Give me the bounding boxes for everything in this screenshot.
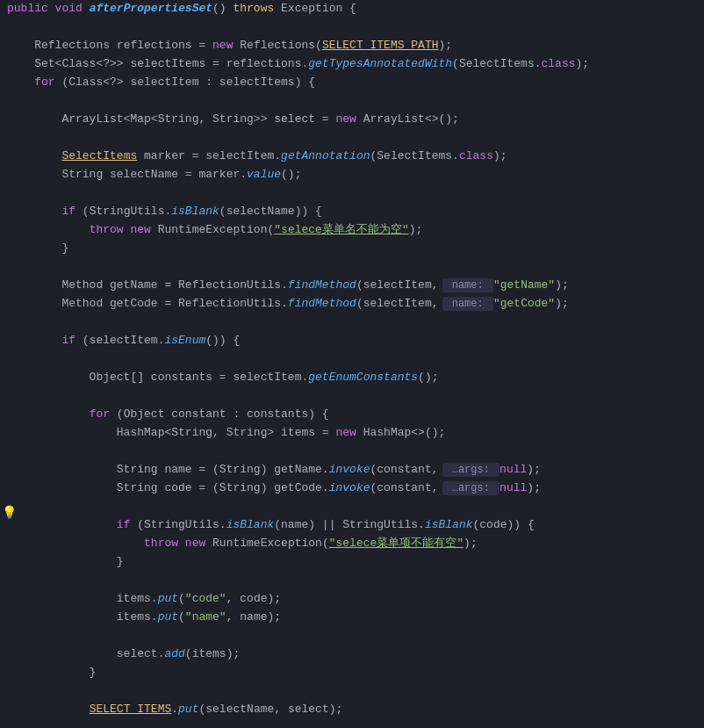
line-content: String name = (String) getName.invoke(co… <box>0 461 704 479</box>
line-content: select.add(items); <box>0 645 704 663</box>
token: isBlank <box>226 518 275 531</box>
code-line <box>0 387 704 406</box>
token: items. <box>7 610 158 623</box>
token: = <box>192 39 212 52</box>
token: class <box>459 149 493 162</box>
token: String code = (String) getCode. <box>7 481 329 494</box>
token: isEnum <box>164 334 205 347</box>
token <box>7 223 90 236</box>
line-content: ArrayList<Map<String, String>> select = … <box>0 111 704 128</box>
token: ); <box>409 223 423 236</box>
token: ); <box>527 481 541 494</box>
lightbulb-icon[interactable]: 💡 <box>0 505 18 523</box>
token: "code" <box>185 592 226 605</box>
token: isBlank <box>425 518 473 531</box>
code-line <box>0 184 704 203</box>
code-line <box>0 719 704 728</box>
param-hint: name: <box>442 278 493 292</box>
token: new <box>335 426 363 439</box>
code-line: if (selectItem.isEnum()) { <box>0 332 704 350</box>
token: getEnumConstants <box>308 371 418 384</box>
token: ()) { <box>205 334 240 347</box>
code-line: Set<Class<?>> selectItems = reflections.… <box>0 55 704 74</box>
code-line <box>0 129 704 148</box>
token: void <box>55 2 90 15</box>
token: null <box>499 481 527 494</box>
token: "getCode" <box>493 297 555 310</box>
token: getAnnotation <box>281 149 370 162</box>
line-content: if (StringUtils.isBlank(name) || StringU… <box>0 516 704 534</box>
token: reflections <box>117 39 192 52</box>
token: String name = (String) getName. <box>7 463 329 476</box>
token: put <box>178 703 198 716</box>
token: ( <box>178 610 185 623</box>
token: items. <box>7 592 158 605</box>
code-line <box>0 498 704 516</box>
code-line: String selectName = marker.value(); <box>0 166 704 184</box>
line-content: Set<Class<?>> selectItems = reflections.… <box>0 55 704 73</box>
code-line: ArrayList<Map<String, String>> select = … <box>0 111 704 129</box>
token: afterPropertiesSet <box>90 2 212 15</box>
code-line <box>0 350 704 369</box>
token: (constant, <box>370 463 438 476</box>
token: (selectItem, <box>356 278 439 292</box>
line-content: throw new RuntimeException("selece菜单名不能为… <box>0 221 704 239</box>
token: "getName" <box>493 278 555 292</box>
line-content <box>0 314 704 331</box>
token: (SelectItems. <box>452 57 541 70</box>
token <box>7 205 61 218</box>
line-content: Object[] constants = selectItem.getEnumC… <box>0 369 704 386</box>
token: value <box>247 168 281 181</box>
token: invoke <box>329 463 370 476</box>
token: ); <box>493 149 507 162</box>
token: put <box>158 592 178 605</box>
token: RuntimeException( <box>158 223 275 236</box>
token: class <box>542 57 576 70</box>
code-line: if (StringUtils.isBlank(selectName)) { <box>0 203 704 221</box>
line-content: throw new RuntimeException("selece菜单项不能有… <box>0 535 704 552</box>
token: (selectName, select); <box>198 703 342 716</box>
token: , name); <box>226 610 281 623</box>
token: ); <box>555 278 569 292</box>
token <box>7 76 34 89</box>
token: add <box>164 647 184 660</box>
token: (SelectItems. <box>370 149 459 162</box>
token: (name) || StringUtils. <box>274 518 425 531</box>
line-content: Method getName = ReflectionUtils.findMet… <box>0 277 704 294</box>
token: throw <box>144 537 185 550</box>
code-line: for (Class<?> selectItem : selectItems) … <box>0 74 704 92</box>
code-line: throw new RuntimeException("selece菜单名不能为… <box>0 221 704 240</box>
param-hint: …args: <box>442 463 500 477</box>
code-line: select.add(items); <box>0 645 704 664</box>
param-hint: name: <box>442 297 493 311</box>
token: Exception { <box>281 2 356 15</box>
code-line <box>0 627 704 645</box>
line-content <box>0 572 704 589</box>
token: } <box>7 666 96 679</box>
line-content <box>0 184 704 202</box>
token: findMethod <box>288 297 356 310</box>
token: SELECT_ITEMS_PATH <box>322 39 439 52</box>
line-content: String code = (String) getCode.invoke(co… <box>0 479 704 497</box>
token: ); <box>463 537 478 550</box>
token: if <box>117 518 131 531</box>
code-line: SELECT_ITEMS.put(selectName, select); <box>0 701 704 719</box>
token: ArrayList<Map<String, String>> select = <box>7 112 335 126</box>
token: (constant, <box>370 481 438 494</box>
token: Set<Class<?>> selectItems = reflections. <box>7 57 308 70</box>
token: isBlank <box>171 205 219 218</box>
token: "selece菜单项不能有空" <box>329 537 463 550</box>
token: for <box>34 76 54 89</box>
line-content: for (Object constant : constants) { <box>0 406 704 423</box>
code-line: SelectItems marker = selectItem.getAnnot… <box>0 148 704 166</box>
token: SELECT_ITEMS <box>90 703 172 716</box>
code-content: public void afterPropertiesSet() throws … <box>0 0 704 728</box>
token: } <box>7 241 68 255</box>
code-line: public void afterPropertiesSet() throws … <box>0 0 704 18</box>
line-content: SelectItems marker = selectItem.getAnnot… <box>0 148 704 165</box>
token: ArrayList<>(); <box>363 112 459 126</box>
line-content: String selectName = marker.value(); <box>0 166 704 184</box>
token: (Class<?> selectItem : selectItems) { <box>55 76 315 89</box>
token: ); <box>439 39 453 52</box>
line-content: } <box>0 553 704 571</box>
